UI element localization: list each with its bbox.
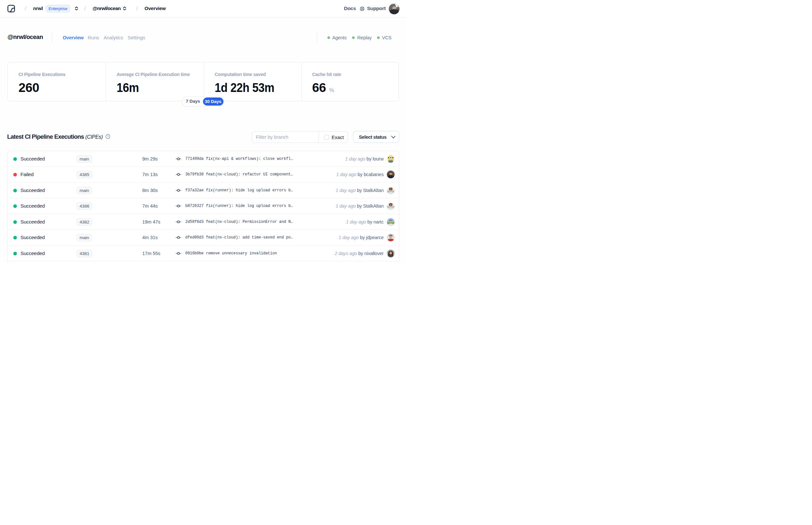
- svg-text:?: ?: [107, 135, 108, 138]
